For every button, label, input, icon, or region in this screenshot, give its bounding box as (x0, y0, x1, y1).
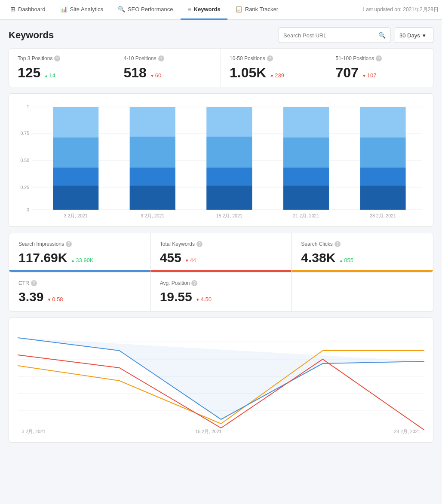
help-icon-ctr[interactable]: ? (31, 280, 37, 286)
stat-value-top3: 125 14 (18, 65, 106, 81)
nav-bar: ⊞ Dashboard 📊 Site Analytics 🔍 SEO Perfo… (0, 0, 442, 20)
metric-delta-keywords: 44 (185, 257, 196, 263)
svg-text:3 2月, 2021: 3 2月, 2021 (22, 429, 46, 434)
search-box[interactable]: 🔍 (279, 27, 390, 43)
svg-text:0.25: 0.25 (20, 185, 29, 190)
delta-down-arrow (150, 72, 154, 79)
help-icon-4-10[interactable]: ? (158, 55, 164, 61)
stat-delta-10-50: 239 (270, 72, 284, 79)
metric-label-ctr: CTR ? (18, 280, 141, 286)
help-icon-top3[interactable]: ? (54, 55, 60, 61)
dashboard-icon: ⊞ (10, 6, 15, 12)
stat-card-4-10: 4-10 Positions ? 518 60 (115, 49, 221, 87)
stat-delta-4-10: 60 (150, 72, 161, 79)
tab-keywords-label: Keywords (194, 6, 221, 12)
svg-rect-22 (283, 186, 329, 210)
metric-delta-ctr: 0.58 (47, 296, 63, 302)
metric-label-avg-pos: Avg. Position ? (160, 280, 282, 286)
days-selected-label: 30 Days (399, 32, 420, 39)
svg-rect-14 (130, 186, 175, 210)
svg-rect-15 (130, 168, 175, 186)
svg-rect-18 (206, 186, 252, 210)
stat-value-51-100: 707 107 (336, 65, 425, 81)
help-icon-keywords[interactable]: ? (196, 241, 203, 247)
seo-icon: 🔍 (118, 6, 125, 12)
metric-label-impressions: Search Impressions ? (18, 241, 141, 247)
metric-value-clicks: 4.38K 855 (301, 250, 424, 265)
svg-rect-13 (53, 107, 98, 137)
tab-dashboard-label: Dashboard (18, 6, 46, 12)
stat-delta-top3: 14 (44, 72, 55, 79)
stat-value-4-10: 518 60 (124, 65, 212, 81)
tab-seo-performance[interactable]: 🔍 SEO Performance (111, 0, 180, 20)
metrics-row2: CTR ? 3.39 0.58 Avg. Position ? 19.55 4.… (9, 272, 433, 312)
delta-up-arrow (44, 72, 48, 79)
delta-down-icon-ctr (47, 296, 51, 302)
tab-site-analytics-label: Site Analytics (70, 6, 103, 12)
svg-rect-19 (206, 168, 252, 186)
metrics-row: Search Impressions ? 117.69K 33.90K Tota… (9, 233, 433, 272)
svg-text:15 2月, 2021: 15 2月, 2021 (196, 429, 222, 434)
tab-keywords[interactable]: ≡ Keywords (181, 0, 227, 20)
svg-text:1: 1 (27, 104, 29, 109)
help-icon-51-100[interactable]: ? (376, 55, 382, 61)
metric-value-keywords: 455 44 (160, 250, 282, 265)
delta-down-icon-avg (196, 296, 200, 302)
metric-delta-clicks: 855 (339, 257, 353, 263)
delta-up-icon (71, 257, 75, 263)
svg-text:28 2月, 2021: 28 2月, 2021 (394, 429, 420, 434)
bar-chart-container: 1 0.75 0.50 0.25 0 (9, 93, 433, 227)
svg-text:0.75: 0.75 (20, 131, 29, 136)
tab-rank-tracker[interactable]: 📋 Rank Tracker (228, 0, 285, 20)
stat-value-10-50: 1.05K 239 (230, 65, 318, 81)
help-icon-avg-pos[interactable]: ? (191, 280, 197, 286)
last-updated-text: Last updated on: 2021年2月28日 (363, 6, 439, 13)
svg-rect-29 (360, 107, 405, 137)
svg-rect-12 (53, 137, 98, 168)
delta-down-arrow-2 (270, 72, 274, 79)
page-title: Keywords (9, 30, 54, 41)
metric-delta-avg-pos: 4.50 (196, 296, 212, 302)
metric-search-clicks: Search Clicks ? 4.38K 855 (292, 233, 433, 272)
metric-value-ctr: 3.39 0.58 (18, 290, 141, 304)
svg-text:28 2月, 2021: 28 2月, 2021 (370, 213, 396, 218)
tab-site-analytics[interactable]: 📊 Site Analytics (53, 0, 110, 20)
tab-rank-tracker-label: Rank Tracker (245, 6, 278, 12)
svg-rect-26 (360, 186, 405, 210)
metric-delta-impressions: 33.90K (71, 257, 93, 263)
stat-label-51-100: 51-100 Positions ? (336, 55, 425, 61)
site-analytics-icon: 📊 (60, 6, 68, 12)
svg-text:0: 0 (27, 207, 29, 212)
metric-search-impressions: Search Impressions ? 117.69K 33.90K (9, 233, 150, 272)
stat-card-top3: Top 3 Positions ? 125 14 (9, 49, 115, 87)
svg-text:21 2月, 2021: 21 2月, 2021 (293, 213, 319, 218)
days-select[interactable]: 30 Days ▾ (395, 27, 433, 43)
page-header: Keywords 🔍 30 Days ▾ (0, 20, 442, 48)
svg-rect-28 (360, 137, 405, 168)
metric-ctr: CTR ? 3.39 0.58 (9, 272, 150, 311)
metric-label-clicks: Search Clicks ? (301, 241, 424, 247)
tab-seo-performance-label: SEO Performance (128, 6, 173, 12)
help-icon-impressions[interactable]: ? (66, 241, 72, 247)
delta-down-arrow-3 (362, 72, 366, 79)
stat-label-10-50: 10-50 Positions ? (230, 55, 318, 61)
stat-card-51-100: 51-100 Positions ? 707 107 (327, 49, 433, 87)
bar-chart: 1 0.75 0.50 0.25 0 (18, 101, 424, 221)
help-icon-clicks[interactable]: ? (335, 241, 341, 247)
svg-text:3 2月, 2021: 3 2月, 2021 (64, 213, 88, 218)
tab-dashboard[interactable]: ⊞ Dashboard (3, 0, 52, 20)
search-input[interactable] (283, 32, 378, 39)
svg-rect-24 (283, 137, 329, 168)
keywords-icon: ≡ (187, 6, 191, 12)
rank-tracker-icon: 📋 (235, 6, 242, 12)
line-chart-container: 3 2月, 2021 15 2月, 2021 28 2月, 2021 (9, 318, 433, 443)
stat-card-10-50: 10-50 Positions ? 1.05K 239 (221, 49, 327, 87)
metric-value-avg-pos: 19.55 4.50 (160, 290, 282, 304)
svg-text:0.50: 0.50 (20, 158, 29, 163)
svg-rect-11 (53, 168, 98, 186)
help-icon-10-50[interactable]: ? (267, 55, 273, 61)
svg-rect-20 (206, 137, 252, 168)
delta-up-icon-clicks (339, 257, 343, 263)
search-icon: 🔍 (378, 32, 386, 39)
metric-empty (292, 272, 433, 311)
